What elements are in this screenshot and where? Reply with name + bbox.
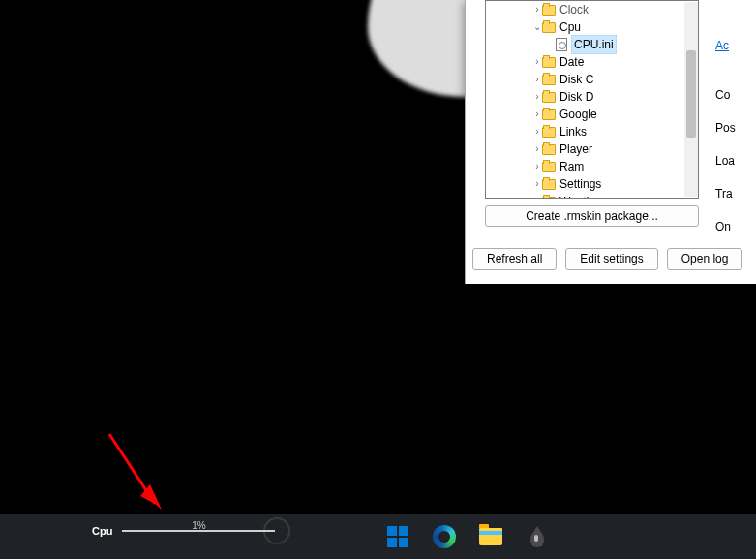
tree-label: Weather: [559, 193, 603, 199]
folder-icon: [542, 162, 556, 172]
edge-icon: [433, 525, 456, 548]
on-hover-label: On: [715, 220, 736, 253]
tree-item-google[interactable]: › Google: [486, 106, 684, 123]
folder-icon: [542, 109, 556, 120]
refresh-all-button[interactable]: Refresh all: [472, 248, 557, 270]
tree-item-settings[interactable]: › Settings: [486, 175, 684, 193]
active-link[interactable]: Ac: [715, 39, 729, 52]
tree-scrollbar[interactable]: [684, 2, 698, 197]
tree-item-links[interactable]: › Links: [486, 123, 684, 140]
folder-icon: [542, 5, 556, 16]
rainmeter-manage-dialog: › Clock ⌄ Cpu CPU.ini › Date › Disk: [465, 0, 756, 284]
tree-item-player[interactable]: › Player: [486, 140, 684, 158]
folder-icon: [542, 197, 556, 200]
ini-file-icon: [556, 38, 567, 51]
chevron-right-icon[interactable]: ›: [532, 140, 542, 158]
tree-item-weather[interactable]: › Weather: [486, 193, 684, 199]
chevron-right-icon[interactable]: ›: [532, 53, 542, 71]
explorer-taskbar-button[interactable]: [471, 517, 510, 556]
chevron-right-icon[interactable]: ›: [532, 193, 542, 199]
create-package-button[interactable]: Create .rmskin package...: [485, 205, 699, 227]
tree-label: Clock: [559, 1, 589, 18]
folder-icon: [542, 92, 556, 103]
folder-icon: [542, 75, 556, 85]
tree-label: Cpu: [559, 18, 581, 36]
rainmeter-taskbar-button[interactable]: [518, 517, 557, 556]
cpu-bar: 1%: [122, 530, 275, 532]
svg-marker-1: [140, 484, 162, 510]
right-panel-labels: Ac Co Pos Loa Tra On: [715, 39, 736, 253]
tree-label: Settings: [559, 175, 601, 193]
tree-item-diskd[interactable]: › Disk D: [486, 88, 684, 106]
chevron-right-icon[interactable]: ›: [532, 123, 542, 140]
skins-tree[interactable]: › Clock ⌄ Cpu CPU.ini › Date › Disk: [485, 0, 699, 199]
tree-item-cpu[interactable]: ⌄ Cpu: [486, 18, 684, 36]
tree-item-clock[interactable]: › Clock: [486, 1, 684, 18]
rainmeter-droplet-icon: [529, 526, 545, 547]
chevron-right-icon[interactable]: ›: [532, 158, 542, 175]
chevron-down-icon[interactable]: ⌄: [532, 18, 542, 36]
folder-icon: [542, 57, 556, 68]
edit-settings-button[interactable]: Edit settings: [565, 248, 657, 270]
coordinates-label: Co: [715, 88, 736, 121]
tree-label-selected: CPU.ini: [571, 35, 617, 54]
edge-taskbar-button[interactable]: [425, 517, 464, 556]
transparency-label: Tra: [715, 187, 736, 220]
tree-label: Disk D: [559, 88, 593, 106]
tree-item-diskc[interactable]: › Disk C: [486, 71, 684, 88]
windows-icon: [387, 526, 408, 547]
tree-label: Links: [559, 123, 587, 140]
tree-label: Date: [559, 53, 584, 71]
tree-label: Player: [559, 140, 592, 158]
svg-line-0: [109, 434, 155, 504]
chevron-right-icon[interactable]: ›: [532, 175, 542, 193]
chevron-right-icon[interactable]: ›: [532, 106, 542, 123]
file-explorer-icon: [479, 528, 502, 545]
chevron-right-icon[interactable]: ›: [532, 1, 542, 18]
cpu-widget-label: Cpu: [92, 525, 112, 537]
tree-item-ram[interactable]: › Ram: [486, 158, 684, 175]
position-label: Pos: [715, 121, 736, 154]
chevron-right-icon[interactable]: ›: [532, 88, 542, 106]
start-button[interactable]: [378, 517, 417, 556]
tree-label: Google: [559, 106, 597, 123]
scrollbar-thumb[interactable]: [686, 50, 696, 138]
tree-item-cpu-ini[interactable]: CPU.ini: [486, 36, 684, 53]
tree-label: Ram: [559, 158, 584, 175]
cpu-widget[interactable]: Cpu 1%: [92, 517, 290, 544]
folder-icon: [542, 179, 556, 190]
folder-icon: [542, 127, 556, 138]
tree-item-date[interactable]: › Date: [486, 53, 684, 71]
folder-icon: [542, 144, 556, 155]
annotation-arrow: [102, 426, 169, 523]
load-label: Loa: [715, 154, 736, 187]
folder-icon: [542, 22, 556, 33]
cpu-percentage: 1%: [122, 520, 275, 531]
chevron-right-icon[interactable]: ›: [532, 71, 542, 88]
tree-label: Disk C: [559, 71, 593, 88]
